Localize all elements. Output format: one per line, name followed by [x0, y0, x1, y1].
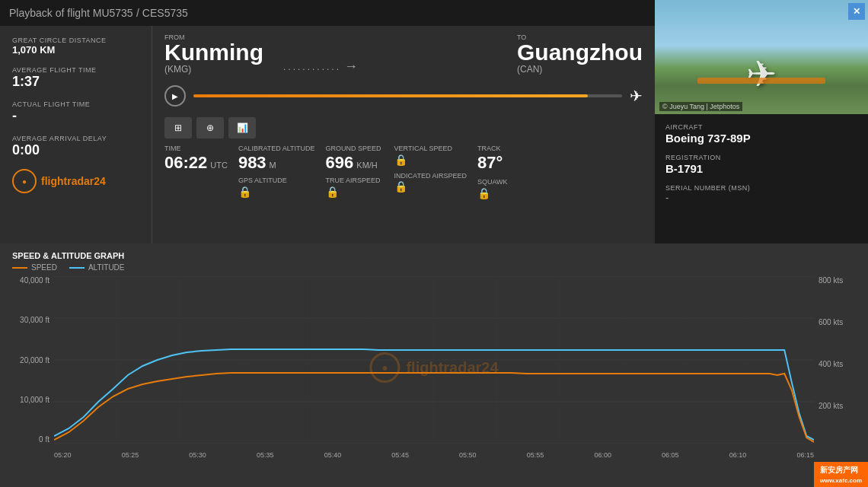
speed-legend-item: SPEED — [12, 263, 57, 272]
time-col: TIME 06:22 UTC — [164, 142, 238, 236]
graph-svg — [54, 276, 814, 444]
route-arrow: ............ → — [276, 45, 505, 75]
progress-fill — [193, 94, 588, 97]
logo-text: flightradar24 — [41, 175, 106, 187]
corner-logo: 新安房产网www.xafc.com — [814, 462, 868, 487]
registration-section: REGISTRATION B-1791 — [665, 154, 857, 175]
left-panel: Playback of flight MU5735 / CES5735 GREA… — [0, 0, 655, 244]
vertical-speed-lock-icon: 🔒 — [394, 154, 467, 166]
x-label-1: 05:25 — [122, 451, 139, 459]
track-value: 87° — [477, 154, 535, 172]
x-axis: 05:20 05:25 05:30 05:35 05:40 05:45 05:5… — [54, 451, 814, 459]
playback-area: ▶ ✈ — [164, 85, 643, 107]
y-right-label-2: 400 kts — [819, 360, 843, 368]
y-left-label-3: 10,000 ft — [20, 396, 49, 404]
actual-flight-time: ACTUAL FLIGHT TIME - — [12, 100, 139, 124]
telemetry-row: TIME 06:22 UTC CALIBRATED ALTITUDE 983 M… — [164, 142, 643, 236]
true-airspeed-lock-icon: 🔒 — [326, 186, 384, 198]
play-button[interactable]: ▶ — [164, 85, 186, 107]
vertical-speed-col: VERTICAL SPEED 🔒 INDICATED AIRSPEED 🔒 — [394, 142, 477, 236]
altitude-line — [54, 349, 814, 440]
x-label-2: 05:30 — [189, 451, 206, 459]
speed-legend-label: SPEED — [31, 263, 57, 272]
aircraft-wing-detail — [697, 78, 825, 84]
aircraft-silhouette: ✈ — [746, 53, 777, 95]
graph-title: SPEED & ALTITUDE GRAPH — [12, 251, 856, 260]
avg-arrival-delay: AVERAGE ARRIVAL DELAY 0:00 — [12, 135, 139, 158]
x-label-3: 05:35 — [257, 451, 274, 459]
speed-line — [54, 373, 814, 442]
origin-city: Kunming — [164, 41, 263, 64]
graph-legend: SPEED ALTITUDE — [12, 263, 856, 272]
graph-container: 40,000 ft 30,000 ft 20,000 ft 10,000 ft … — [12, 276, 856, 459]
y-right-label-3: 200 kts — [819, 402, 843, 410]
altitude-legend-line — [69, 267, 85, 269]
calibrated-altitude-col: CALIBRATED ALTITUDE 983 M GPS ALTITUDE 🔒 — [238, 142, 326, 236]
x-label-11: 06:15 — [796, 451, 814, 459]
y-left-label-1: 30,000 ft — [20, 316, 49, 324]
y-left-label-2: 20,000 ft — [20, 356, 49, 364]
cal-alt-value: 983 — [238, 154, 266, 172]
x-label-9: 06:05 — [662, 451, 679, 459]
controls-row: ⊞ ⊕ 📊 — [164, 117, 643, 138]
x-label-10: 06:10 — [729, 451, 747, 459]
header-bar: Playback of flight MU5735 / CES5735 — [0, 0, 655, 26]
x-label-0: 05:20 — [54, 451, 72, 459]
track-col: TRACK 87° SQUAWK 🔒 — [477, 142, 546, 236]
aircraft-details: AIRCRAFT Boeing 737-89P REGISTRATION B-1… — [655, 114, 868, 244]
ground-speed-value: 696 — [326, 154, 354, 172]
photo-credit: © Jueyu Tang | Jetphotos — [659, 102, 742, 111]
plane-end-icon: ✈ — [630, 87, 643, 105]
aircraft-type: Boeing 737-89P — [665, 132, 857, 145]
x-label-6: 05:50 — [459, 451, 477, 459]
serial-section: SERIAL NUMBER (MSN) - — [665, 184, 857, 203]
close-button[interactable]: ✕ — [848, 3, 865, 20]
y-left-label-0: 40,000 ft — [20, 276, 49, 285]
fit-view-button[interactable]: ⊞ — [164, 117, 192, 138]
arrow-right-icon: → — [344, 59, 358, 75]
y-axis-right: 800 kts 600 kts 400 kts 200 kts — [814, 276, 856, 444]
altitude-legend-item: ALTITUDE — [69, 263, 125, 272]
time-value: 06:22 — [164, 154, 207, 172]
aircraft-type-section: AIRCRAFT Boeing 737-89P — [665, 123, 857, 145]
destination: TO Guangzhou (CAN) — [517, 33, 643, 75]
speed-legend-line — [12, 267, 27, 269]
origin: FROM Kunming (KMG) — [164, 33, 263, 75]
y-right-label-0: 800 kts — [819, 276, 843, 285]
measure-button[interactable]: ⊕ — [196, 117, 224, 138]
avg-flight-time: AVERAGE FLIGHT TIME 1:37 — [12, 66, 139, 90]
page-title: Playback of flight MU5735 / CES5735 — [9, 6, 188, 20]
flight-title: Playback of flight MU5735 — [9, 7, 133, 19]
serial-value: - — [665, 192, 857, 203]
squawk-lock-icon: 🔒 — [477, 187, 535, 199]
logo-circle: ● — [12, 169, 37, 193]
y-right-label-1: 600 kts — [819, 318, 843, 326]
x-label-5: 05:45 — [391, 451, 409, 459]
bottom-section: SPEED & ALTITUDE GRAPH SPEED ALTITUDE 40… — [0, 244, 868, 487]
ground-speed-col: GROUND SPEED 696 KM/H TRUE AIRSPEED 🔒 — [326, 142, 394, 236]
stats-column: GREAT CIRCLE DISTANCE 1,070 KM AVERAGE F… — [0, 26, 152, 244]
x-label-8: 06:00 — [594, 451, 611, 459]
origin-code: (KMG) — [164, 64, 263, 75]
registration-value: B-1791 — [665, 162, 857, 175]
y-left-label-4: 0 ft — [39, 435, 49, 444]
x-label-7: 05:55 — [527, 451, 544, 459]
right-panel: ✈ © Jueyu Tang | Jetphotos ✕ AIRCRAFT Bo… — [655, 0, 868, 244]
indicated-airspeed-lock-icon: 🔒 — [394, 180, 467, 193]
great-circle-distance: GREAT CIRCLE DISTANCE 1,070 KM — [12, 37, 139, 56]
fr24-logo: ● flightradar24 — [12, 169, 139, 193]
route-row: FROM Kunming (KMG) ............ → TO Gua… — [164, 33, 643, 75]
destination-code: (CAN) — [517, 64, 643, 75]
destination-city: Guangzhou — [517, 41, 643, 64]
x-label-4: 05:40 — [324, 451, 342, 459]
progress-track[interactable] — [193, 94, 622, 97]
gps-alt-lock-icon: 🔒 — [238, 186, 315, 198]
chart-button[interactable]: 📊 — [228, 117, 256, 138]
y-axis-left: 40,000 ft 30,000 ft 20,000 ft 10,000 ft … — [12, 276, 54, 444]
altitude-legend-label: ALTITUDE — [88, 263, 125, 272]
route-section: FROM Kunming (KMG) ............ → TO Gua… — [152, 26, 655, 244]
flight-subtitle: / CES5735 — [136, 7, 188, 19]
aircraft-photo: ✈ © Jueyu Tang | Jetphotos ✕ — [655, 0, 868, 114]
